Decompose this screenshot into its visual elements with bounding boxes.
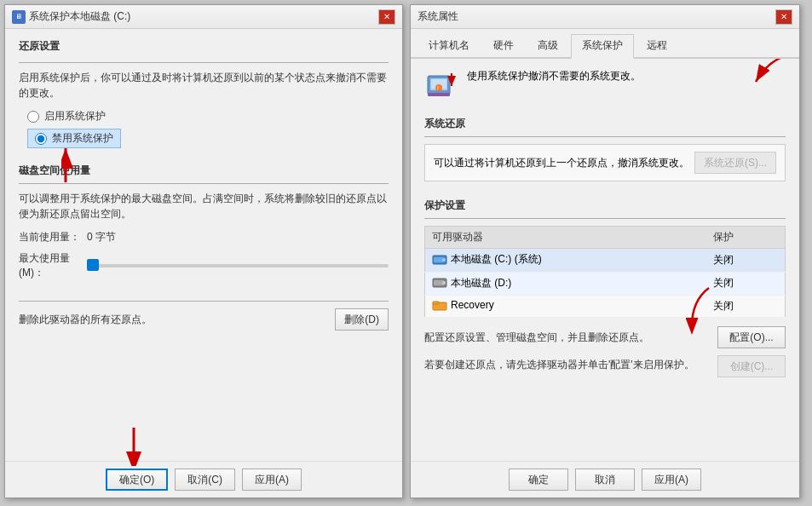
radio-disable[interactable] xyxy=(35,133,47,145)
protect-text-area: 使用系统保护撤消不需要的系统更改。 xyxy=(467,69,786,83)
tab-remote[interactable]: 远程 xyxy=(636,34,678,57)
ok-btn-wrapper: 确定(O) xyxy=(106,469,168,491)
max-usage-row: 最大使用量(M)： xyxy=(19,251,389,280)
divider-3 xyxy=(19,301,389,302)
protect-svg-icon: ! xyxy=(424,69,458,103)
radio-enable-item[interactable]: 启用系统保护 xyxy=(27,109,389,124)
left-window-title: 系统保护本地磁盘 (C:) xyxy=(29,9,130,24)
arrow-annotation-1 xyxy=(743,59,794,95)
left-title-group: 🖥 系统保护本地磁盘 (C:) xyxy=(12,9,130,24)
cancel-button[interactable]: 取消(C) xyxy=(175,469,235,491)
left-titlebar: 🖥 系统保护本地磁盘 (C:) ✕ xyxy=(5,5,402,29)
svg-rect-7 xyxy=(428,93,450,96)
sys-restore-row: 可以通过将计算机还原到上一个还原点，撤消系统更改。 系统还原(S)... xyxy=(434,152,776,174)
max-usage-label: 最大使用量(M)： xyxy=(19,251,87,280)
delete-button[interactable]: 删除(D) xyxy=(335,308,389,331)
radio-enable[interactable] xyxy=(27,111,39,123)
right-apply-button[interactable]: 应用(A) xyxy=(642,469,701,491)
table-header: 可用驱动器 保护 xyxy=(425,227,786,249)
disk-space-desc: 可以调整用于系统保护的最大磁盘空间。占满空间时，系统将删除较旧的还原点以便为新还… xyxy=(19,191,389,221)
protect-icon: ! xyxy=(424,69,458,103)
right-titlebar-controls: ✕ xyxy=(775,9,792,25)
right-window-title: 系统属性 xyxy=(418,9,458,24)
col-drive: 可用驱动器 xyxy=(425,227,707,249)
left-close-button[interactable]: ✕ xyxy=(378,9,395,25)
tabs-bar: 计算机名 硬件 高级 系统保护 远程 xyxy=(411,29,799,59)
drive-cell-1: 本地磁盘 (C:) (系统) xyxy=(425,249,707,273)
right-title-group: 系统属性 xyxy=(418,9,458,24)
arrow-to-radio xyxy=(61,144,104,187)
create-button[interactable]: 创建(C)... xyxy=(717,355,786,377)
arrow-to-ok xyxy=(121,428,147,466)
system-restore-button[interactable]: 系统还原(S)... xyxy=(694,152,776,174)
delete-desc: 删除此驱动器的所有还原点。 xyxy=(19,313,152,327)
divider-r2 xyxy=(424,218,786,219)
protection-cell-3: 关闭 xyxy=(706,296,785,318)
folder-svg-3 xyxy=(432,299,447,311)
hdd-svg-2 xyxy=(432,277,447,289)
left-content: 还原设置 启用系统保护后，你可以通过及时将计算机还原到以前的某个状态点来撤消不需… xyxy=(5,29,402,461)
restore-settings-desc: 启用系统保护后，你可以通过及时将计算机还原到以前的某个状态点来撤消不需要的更改。 xyxy=(19,70,389,101)
restore-settings-title: 还原设置 xyxy=(19,39,389,54)
slider-track xyxy=(87,264,389,267)
right-content: ! 使用系统保护撤消不需要的系统更改。 xyxy=(411,59,799,461)
create-row: 若要创建还原点，请先选择驱动器并单击'配置'来启用保护。 创建(C)... xyxy=(424,355,786,377)
sys-restore-title: 系统还原 xyxy=(424,117,786,131)
radio-disable-wrapper: 禁用系统保护 xyxy=(27,129,389,148)
left-dialog: 🖥 系统保护本地磁盘 (C:) ✕ 还原设置 启用系统保护后，你可以通过及时将计… xyxy=(4,4,403,498)
delete-section: 删除此驱动器的所有还原点。 删除(D) xyxy=(19,297,389,331)
drive-icon-2: 本地磁盘 (D:) xyxy=(432,276,511,290)
left-footer: 确定(O) 取消(C) 应用(A) xyxy=(5,461,402,497)
protection-settings-section: 保护设置 可用驱动器 保护 xyxy=(424,198,786,318)
sys-restore-inner: 可以通过将计算机还原到上一个还原点，撤消系统更改。 系统还原(S)... xyxy=(424,144,786,181)
config-button[interactable]: 配置(O)... xyxy=(717,326,786,348)
table-row[interactable]: 本地磁盘 (D:) 关闭 xyxy=(425,272,786,296)
table-header-row: 可用驱动器 保护 xyxy=(425,227,786,249)
left-window-icon: 🖥 xyxy=(12,10,26,24)
divider-r1 xyxy=(424,136,786,137)
tab-advanced[interactable]: 高级 xyxy=(527,34,569,57)
delete-row: 删除此驱动器的所有还原点。 删除(D) xyxy=(19,308,389,331)
tab-computer-name[interactable]: 计算机名 xyxy=(418,34,481,57)
current-usage-row: 当前使用量： 0 字节 xyxy=(19,230,389,244)
right-titlebar: 系统属性 ✕ xyxy=(411,5,799,29)
right-ok-button[interactable]: 确定 xyxy=(509,469,568,491)
drive-icon-3: Recovery xyxy=(432,299,494,311)
tab-hardware[interactable]: 硬件 xyxy=(482,34,525,57)
right-cancel-button[interactable]: 取消 xyxy=(575,469,635,491)
table-row[interactable]: Recovery 关闭 xyxy=(425,296,786,318)
apply-button[interactable]: 应用(A) xyxy=(242,469,302,491)
drive-icon-1: 本地磁盘 (C:) (系统) xyxy=(432,252,542,267)
slider-container xyxy=(87,264,389,267)
protection-cell-1: 关闭 xyxy=(706,249,785,273)
drive-cell-3: Recovery xyxy=(425,296,707,318)
right-dialog: 系统属性 ✕ 计算机名 硬件 高级 系统保护 远程 ! xyxy=(410,4,800,498)
footer-btn-group: 确定(O) 取消(C) 应用(A) xyxy=(106,469,302,491)
right-close-button[interactable]: ✕ xyxy=(775,9,792,25)
system-restore-section: 系统还原 可以通过将计算机还原到上一个还原点，撤消系统更改。 系统还原(S)..… xyxy=(424,117,786,181)
svg-point-18 xyxy=(442,281,446,285)
table-row[interactable]: 本地磁盘 (C:) (系统) 关闭 xyxy=(425,249,786,273)
sys-restore-desc: 可以通过将计算机还原到上一个还原点，撤消系统更改。 xyxy=(434,155,694,170)
ok-button[interactable]: 确定(O) xyxy=(106,469,168,491)
tab-system-protection[interactable]: 系统保护 xyxy=(571,34,634,59)
table-body: 本地磁盘 (C:) (系统) 关闭 xyxy=(425,249,786,318)
drive-cell-2: 本地磁盘 (D:) xyxy=(425,272,707,296)
hdd-svg-1 xyxy=(432,254,447,266)
slider-thumb[interactable] xyxy=(87,259,99,271)
protection-table: 可用驱动器 保护 本地磁盘 xyxy=(424,226,786,318)
svg-point-15 xyxy=(442,258,446,262)
radio-group: 启用系统保护 禁用系统保护 xyxy=(27,109,389,148)
left-titlebar-controls: ✕ xyxy=(378,9,395,25)
create-desc-text: 若要创建还原点，请先选择驱动器并单击'配置'来启用保护。 xyxy=(424,357,717,372)
right-footer: 确定 取消 应用(A) xyxy=(411,461,799,497)
svg-text:!: ! xyxy=(437,85,439,91)
svg-rect-20 xyxy=(433,302,439,304)
radio-enable-label: 启用系统保护 xyxy=(44,109,106,124)
protect-desc-text: 使用系统保护撤消不需要的系统更改。 xyxy=(467,70,641,82)
col-protection: 保护 xyxy=(706,227,785,249)
current-usage-label: 当前使用量： xyxy=(19,230,87,244)
arrow-to-config xyxy=(675,284,717,335)
config-desc-text: 配置还原设置、管理磁盘空间，并且删除还原点。 xyxy=(424,330,717,345)
protection-settings-title: 保护设置 xyxy=(424,198,786,213)
